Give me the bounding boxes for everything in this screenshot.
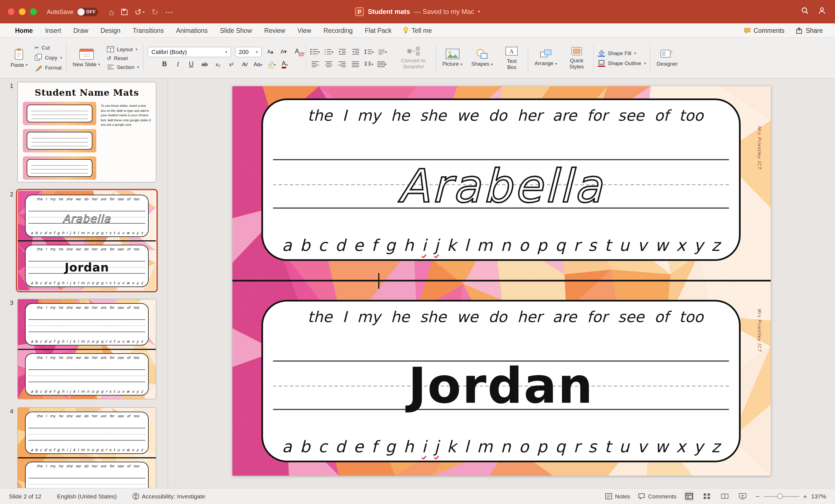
slide-thumbnail-2[interactable]: theImyheshewedoherareforseeoftooArabella… bbox=[17, 190, 157, 291]
accessibility-checker[interactable]: Accessibility: Investigate bbox=[133, 493, 205, 500]
zoom-in-button[interactable]: + bbox=[803, 492, 807, 500]
decrease-font-size-button[interactable]: A▾ bbox=[279, 47, 288, 57]
slide-thumbnail-4[interactable]: theImyheshewedoherareforseeoftooabcdefgh… bbox=[17, 407, 157, 488]
minimize-window-button[interactable] bbox=[19, 8, 26, 15]
language-indicator[interactable]: English (United States) bbox=[57, 493, 117, 500]
text-highlight-button[interactable]: ▾ bbox=[267, 60, 276, 69]
shapes-button[interactable]: Shapes▾ bbox=[469, 47, 495, 68]
align-center-button[interactable] bbox=[324, 59, 333, 69]
align-text-button[interactable]: ▾ bbox=[378, 59, 387, 69]
redo-button[interactable]: ↻ bbox=[151, 7, 158, 16]
bold-button[interactable]: B bbox=[160, 60, 169, 69]
copy-button[interactable]: Copy ▾ bbox=[35, 54, 62, 61]
slide-sorter-view-button[interactable] bbox=[702, 491, 712, 501]
autosave-toggle[interactable]: OFF bbox=[77, 7, 98, 16]
strikethrough-button[interactable]: ab bbox=[200, 60, 209, 69]
search-button[interactable] bbox=[801, 7, 809, 17]
tab-flat-pack[interactable]: Flat Pack bbox=[359, 25, 398, 36]
tab-transitions[interactable]: Transitions bbox=[127, 25, 170, 36]
change-case-button[interactable]: Aa▾ bbox=[253, 60, 263, 69]
increase-indent-button[interactable] bbox=[351, 47, 360, 57]
zoom-slider[interactable] bbox=[763, 493, 799, 500]
name-mat[interactable]: theImyheshewedoherareforseeoftooArabella… bbox=[261, 99, 741, 261]
reading-view-button[interactable] bbox=[720, 491, 730, 501]
home-quick-button[interactable]: ⌂ bbox=[109, 7, 114, 16]
alphabet-letter: f bbox=[371, 437, 377, 456]
slide-canvas[interactable]: Mrs Priestley ICT Mrs Priestley ICT theI… bbox=[168, 79, 835, 488]
arrange-button[interactable]: Arrange▾ bbox=[532, 48, 559, 68]
text-direction-icon bbox=[378, 49, 385, 55]
justify-button[interactable] bbox=[351, 59, 360, 69]
tab-home[interactable]: Home bbox=[9, 25, 39, 36]
font-family-combo[interactable]: Calibri (Body) ▾ bbox=[147, 46, 231, 57]
underline-button[interactable]: U bbox=[186, 60, 196, 69]
student-name[interactable]: Jordan bbox=[263, 353, 739, 410]
document-title-area[interactable]: P Student mats — Saved to my Mac ▾ bbox=[355, 0, 480, 23]
bullets-button[interactable]: ▾ bbox=[310, 47, 320, 57]
student-name[interactable]: Arabella bbox=[263, 151, 739, 208]
shape-outline-button[interactable]: Shape Outline ▾ bbox=[597, 59, 646, 66]
name-mat[interactable]: theImyheshewedoherareforseeoftooJordanab… bbox=[261, 300, 741, 462]
slide[interactable]: Mrs Priestley ICT Mrs Priestley ICT theI… bbox=[232, 86, 771, 476]
status-comments-button[interactable]: Comments bbox=[638, 493, 676, 500]
numbering-button[interactable]: ▾ bbox=[324, 47, 333, 57]
thumbnail-panel[interactable]: 1Student Name MatsTo use these slides, i… bbox=[0, 79, 168, 488]
text-direction-button[interactable]: ▾ bbox=[378, 47, 387, 57]
align-right-button[interactable] bbox=[337, 59, 347, 69]
share-presence-button[interactable] bbox=[818, 7, 826, 17]
new-slide-button[interactable]: New Slide▾ bbox=[70, 47, 102, 69]
autosave-control[interactable]: AutoSave OFF bbox=[47, 7, 98, 16]
character-spacing-button[interactable]: AV bbox=[240, 60, 249, 69]
slide-thumbnail-1[interactable]: Student Name MatsTo use these slides, in… bbox=[17, 82, 157, 183]
undo-button[interactable]: ↺ ▾ bbox=[135, 7, 145, 16]
alphabet-letter: q bbox=[555, 437, 566, 456]
text-box-button[interactable]: A Text Box bbox=[500, 44, 524, 71]
notes-button[interactable]: Notes bbox=[605, 493, 630, 500]
tab-view[interactable]: View bbox=[291, 25, 317, 36]
normal-view-button[interactable] bbox=[684, 491, 694, 501]
tab-review[interactable]: Review bbox=[258, 25, 291, 36]
tab-recording[interactable]: Recording bbox=[317, 25, 359, 36]
align-left-button[interactable] bbox=[311, 59, 320, 69]
decrease-indent-button[interactable] bbox=[337, 47, 347, 57]
zoom-level[interactable]: 137% bbox=[811, 493, 826, 500]
tab-insert[interactable]: Insert bbox=[39, 25, 67, 36]
tab-draw[interactable]: Draw bbox=[67, 25, 94, 36]
zoom-slider-knob[interactable] bbox=[777, 493, 782, 499]
clear-formatting-button[interactable]: A bbox=[292, 47, 302, 57]
close-window-button[interactable] bbox=[8, 8, 15, 15]
comments-button[interactable]: Comments bbox=[744, 27, 785, 34]
section-button[interactable]: Section ▾ bbox=[107, 64, 139, 70]
cut-button[interactable]: ✂ Cut bbox=[35, 44, 62, 50]
font-size-combo[interactable]: 200 ▾ bbox=[235, 46, 262, 57]
convert-to-smartart-button[interactable]: Convert to SmartArt bbox=[395, 45, 432, 71]
slide-thumbnail-3[interactable]: theImyheshewedoherareforseeoftooabcdefgh… bbox=[17, 299, 157, 399]
layout-button[interactable]: Layout ▾ bbox=[107, 46, 139, 52]
zoom-out-button[interactable]: − bbox=[755, 492, 759, 500]
subscript-button[interactable]: x₂ bbox=[213, 60, 223, 69]
quick-styles-button[interactable]: Quick Styles bbox=[564, 45, 589, 71]
line-spacing-button[interactable]: ▾ bbox=[364, 47, 374, 57]
tab-design[interactable]: Design bbox=[94, 25, 127, 36]
columns-button[interactable]: ▾ bbox=[364, 59, 373, 69]
more-commands-button[interactable]: ⋯ bbox=[165, 7, 174, 16]
font-color-button[interactable]: A▾ bbox=[280, 60, 289, 69]
reset-button[interactable]: ↺ Reset bbox=[107, 55, 139, 61]
slideshow-button[interactable] bbox=[738, 491, 748, 501]
designer-button[interactable]: Designer bbox=[654, 47, 680, 68]
picture-button[interactable]: Picture▾ bbox=[440, 47, 465, 68]
paste-button[interactable]: Paste▾ bbox=[8, 46, 30, 69]
name-mat: theImyheshewedoherareforseeoftooabcdefgh… bbox=[25, 462, 149, 488]
tab-animations[interactable]: Animations bbox=[170, 25, 214, 36]
save-button[interactable] bbox=[121, 8, 128, 15]
increase-font-size-button[interactable]: A▴ bbox=[266, 47, 275, 57]
share-button[interactable]: Share bbox=[796, 27, 823, 34]
zoom-window-button[interactable] bbox=[30, 8, 37, 15]
italic-button[interactable]: I bbox=[173, 60, 183, 69]
superscript-button[interactable]: x² bbox=[227, 60, 236, 69]
tell-me-button[interactable]: Tell me bbox=[398, 27, 437, 34]
format-painter-button[interactable]: Format bbox=[35, 64, 62, 71]
shape-fill-button[interactable]: Shape Fill ▾ bbox=[597, 49, 646, 57]
tab-slide-show[interactable]: Slide Show bbox=[214, 25, 258, 36]
alphabet-row: abcdefghijklmnopqrstuvwxyz bbox=[282, 437, 720, 456]
